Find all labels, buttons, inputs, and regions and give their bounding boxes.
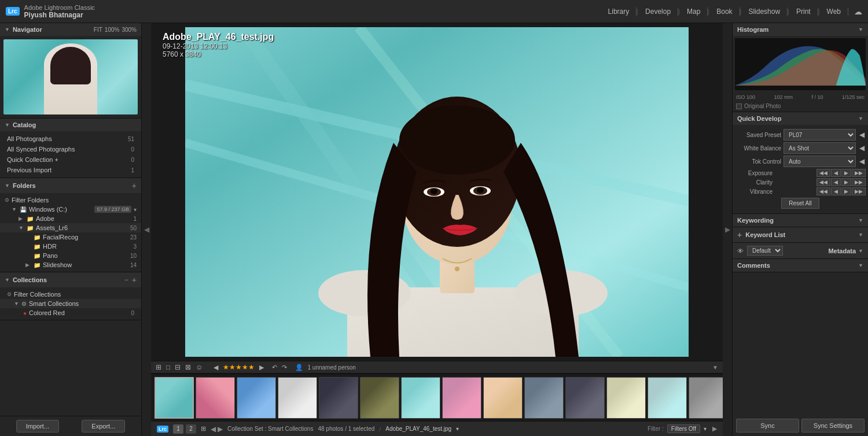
filter-expand-icon[interactable]: ▶ xyxy=(712,425,717,433)
vibrance-minus[interactable]: ◀ xyxy=(831,187,841,195)
folder-pano[interactable]: 📁 Pano 10 xyxy=(0,251,141,260)
saved-preset-arrow[interactable]: ◀ xyxy=(858,131,866,139)
saved-preset-select[interactable]: PL07 xyxy=(784,129,856,141)
survey-view-icon[interactable]: ⊠ xyxy=(185,363,191,371)
sync-button[interactable]: Sync xyxy=(736,419,799,433)
folder-facial-recog[interactable]: 📁 FacialRecog 23 xyxy=(0,232,141,242)
catalog-header[interactable]: ▼ Catalog xyxy=(0,119,141,131)
filter-dropdown-icon[interactable]: ▾ xyxy=(704,426,707,432)
drive-menu-icon[interactable]: ▾ xyxy=(134,206,137,213)
sync-settings-button[interactable]: Sync Settings xyxy=(801,419,865,433)
catalog-quick-collection[interactable]: Quick Collection + 0 xyxy=(0,154,141,165)
vibrance-minus-lg[interactable]: ◀◀ xyxy=(816,187,830,195)
film-thumb-13[interactable] xyxy=(648,377,687,419)
nav-library[interactable]: Library xyxy=(601,8,637,16)
clarity-plus[interactable]: ▶ xyxy=(841,178,851,186)
right-panel-collapse[interactable]: ▶ xyxy=(723,23,732,436)
collections-header[interactable]: ▼ Collections − + xyxy=(0,272,141,287)
nav-web[interactable]: Web xyxy=(820,8,848,16)
people-view-icon[interactable]: ☺ xyxy=(196,363,203,371)
metadata-eye-icon[interactable]: 👁 xyxy=(737,247,744,254)
film-thumb-9[interactable] xyxy=(483,377,523,419)
filename-dropdown-icon[interactable]: ▾ xyxy=(456,426,459,432)
folder-slideshow[interactable]: ▶ 📁 Slideshow 14 xyxy=(0,260,141,269)
folders-header[interactable]: ▼ Folders + xyxy=(0,178,141,193)
loupe-view-icon[interactable]: □ xyxy=(166,363,170,371)
collections-add-icon[interactable]: + xyxy=(132,275,137,284)
film-thumb-8[interactable] xyxy=(442,377,481,419)
white-balance-select[interactable]: As Shot xyxy=(784,142,856,154)
film-thumb-11[interactable] xyxy=(565,377,605,419)
forward-arrow[interactable]: ▶ xyxy=(218,425,223,433)
folder-assets-lr6[interactable]: ▼ 📁 Assets_Lr6 50 xyxy=(0,223,141,232)
clarity-minus[interactable]: ◀ xyxy=(831,178,841,186)
star-rating[interactable]: ★★★★★ xyxy=(223,363,255,371)
compare-view-icon[interactable]: ⊟ xyxy=(175,363,181,371)
film-thumb-4[interactable] xyxy=(278,377,317,419)
folders-add-icon[interactable]: + xyxy=(132,181,137,190)
film-thumb-7[interactable] xyxy=(401,377,440,419)
collections-remove-icon[interactable]: − xyxy=(124,276,128,284)
film-thumb-10[interactable] xyxy=(524,377,564,419)
zoom-fit[interactable]: FIT xyxy=(94,27,102,33)
back-arrow[interactable]: ◀ xyxy=(211,425,216,433)
reset-all-button[interactable]: Reset All xyxy=(781,198,819,209)
nav-slideshow[interactable]: Slideshow xyxy=(741,8,788,16)
exposure-minus[interactable]: ◀ xyxy=(831,169,841,177)
nav-book[interactable]: Book xyxy=(709,8,740,16)
navigator-header[interactable]: ▼ Navigator FIT 100% 300% xyxy=(0,23,141,36)
film-thumb-5[interactable] xyxy=(319,377,358,419)
windows-drive-item[interactable]: ▼ 💾 Windows (C:) 57.9 / 237 GB ▾ xyxy=(0,205,141,214)
histogram-header[interactable]: Histogram ▼ xyxy=(733,23,868,36)
next-btn[interactable]: ▶ xyxy=(259,364,264,371)
rotate-left-icon[interactable]: ↶ xyxy=(272,364,277,371)
folder-adobe[interactable]: ▶ 📁 Adobe 1 xyxy=(0,214,141,223)
grid-icon-small[interactable]: ⊞ xyxy=(201,425,206,433)
filter-folders-item[interactable]: ⚙ Filter Folders xyxy=(0,195,141,205)
prev-btn[interactable]: ◀ xyxy=(214,364,218,371)
clarity-minus-lg[interactable]: ◀◀ xyxy=(816,178,830,186)
film-thumb-14[interactable] xyxy=(689,377,723,419)
folder-hdr[interactable]: 📁 HDR 3 xyxy=(0,242,141,251)
vibrance-plus[interactable]: ▶ xyxy=(841,187,851,195)
nav-map[interactable]: Map xyxy=(680,8,708,16)
metadata-header[interactable]: 👁 Default Metadata ▼ xyxy=(733,243,868,258)
original-photo-checkbox[interactable] xyxy=(736,104,742,109)
cloud-icon[interactable]: ☁ xyxy=(854,7,862,16)
keyword-list-add-icon[interactable]: + xyxy=(737,230,742,239)
tone-control-arrow[interactable]: ◀ xyxy=(858,157,866,165)
page-1[interactable]: 1 xyxy=(173,424,183,434)
film-thumb-12[interactable] xyxy=(606,377,646,419)
keyword-list-header[interactable]: + Keyword List ▼ xyxy=(733,227,868,242)
vibrance-plus-lg[interactable]: ▶▶ xyxy=(852,187,866,195)
left-panel-collapse[interactable]: ◀ xyxy=(142,23,151,436)
filmstrip-expand-icon[interactable]: ▼ xyxy=(712,364,718,371)
catalog-synced[interactable]: All Synced Photographs 0 xyxy=(0,144,141,154)
grid-view-icon[interactable]: ⊞ xyxy=(156,363,161,371)
quick-develop-header[interactable]: Quick Develop ▼ xyxy=(733,112,868,125)
smart-collections-item[interactable]: ▼ ⚙ Smart Collections xyxy=(0,299,141,308)
catalog-all-photos[interactable]: All Photographs 51 xyxy=(0,134,141,144)
rotate-right-icon[interactable]: ↷ xyxy=(282,364,287,371)
exposure-minus-lg[interactable]: ◀◀ xyxy=(816,169,830,177)
page-2[interactable]: 2 xyxy=(186,424,196,434)
exposure-plus-lg[interactable]: ▶▶ xyxy=(852,169,866,177)
film-thumb-1[interactable] xyxy=(155,377,194,419)
film-thumb-6[interactable] xyxy=(360,377,399,419)
tone-control-select[interactable]: Auto xyxy=(784,156,856,167)
clarity-plus-lg[interactable]: ▶▶ xyxy=(852,178,866,186)
exposure-plus[interactable]: ▶ xyxy=(841,169,851,177)
colored-red-item[interactable]: ● Colored Red 0 xyxy=(0,308,141,317)
nav-develop[interactable]: Develop xyxy=(638,8,678,16)
comments-header[interactable]: Comments ▼ xyxy=(733,259,868,272)
nav-print[interactable]: Print xyxy=(789,8,818,16)
catalog-previous-import[interactable]: Previous Import 1 xyxy=(0,165,141,175)
filter-value[interactable]: Filters Off xyxy=(667,424,700,433)
filter-collections-item[interactable]: ⚙ Filter Collections xyxy=(0,290,141,299)
film-thumb-3[interactable] xyxy=(237,377,276,419)
white-balance-arrow[interactable]: ◀ xyxy=(858,144,866,152)
zoom-100[interactable]: 100% xyxy=(105,27,120,33)
zoom-300[interactable]: 300% xyxy=(122,27,137,33)
film-thumb-2[interactable] xyxy=(196,377,235,419)
metadata-preset-select[interactable]: Default xyxy=(747,246,783,256)
